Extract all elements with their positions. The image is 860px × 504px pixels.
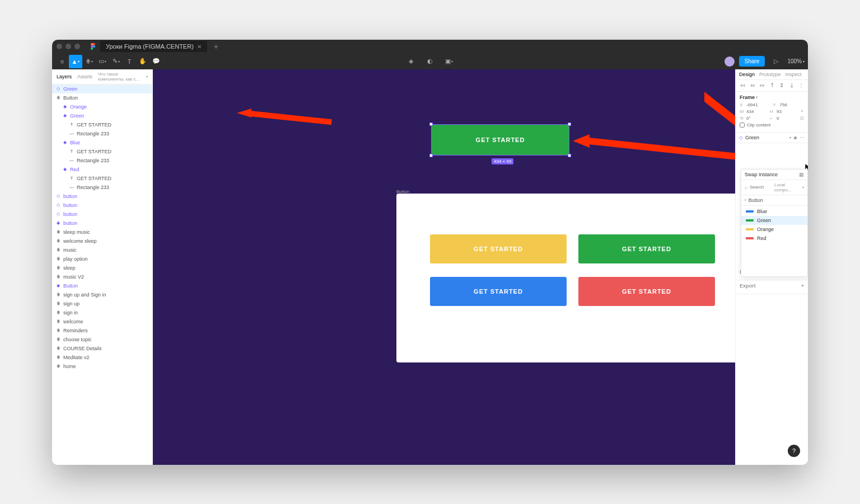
present-icon[interactable]: ▷ — [769, 55, 783, 68]
layer-row[interactable]: ◆button — [52, 219, 152, 228]
library-selector[interactable]: Local compo... — [774, 182, 800, 192]
mask-icon[interactable]: ◐ — [423, 55, 437, 68]
window-controls[interactable] — [57, 44, 80, 49]
align-vcenter-icon[interactable]: ⇕ — [778, 82, 785, 89]
design-tab[interactable]: Design — [739, 72, 755, 77]
more-icon[interactable]: ⋯ — [800, 135, 805, 140]
boolean-icon[interactable]: ▣▾ — [442, 55, 456, 68]
layer-label: Meditate v2 — [63, 355, 90, 360]
move-tool[interactable]: ▲▾ — [69, 55, 82, 68]
selection-handle[interactable] — [568, 123, 571, 126]
selection-handle[interactable] — [568, 154, 571, 157]
grid-view-icon[interactable]: ▦ — [799, 172, 804, 177]
swap-variant-item[interactable]: Blue — [741, 207, 807, 216]
layer-row[interactable]: TGET STARTED — [52, 174, 152, 183]
layer-row[interactable]: ⋕home — [52, 362, 152, 371]
variant-button[interactable]: GET STARTED — [578, 277, 715, 306]
layer-row[interactable]: TGET STARTED — [52, 147, 152, 156]
layer-row[interactable]: ◇Green — [52, 84, 152, 93]
layer-row[interactable]: ⋕Meditate v2 — [52, 353, 152, 362]
layer-label: play option — [63, 256, 88, 262]
layer-label: music — [63, 247, 77, 253]
frame-tool[interactable]: ⋕▾ — [82, 55, 96, 68]
swap-variant-item[interactable]: Green — [741, 216, 807, 225]
swap-variant-item[interactable]: Orange — [741, 225, 807, 234]
new-tab-button[interactable]: + — [211, 42, 222, 51]
clip-content-checkbox[interactable] — [740, 123, 745, 128]
svg-rect-6 — [704, 92, 735, 198]
layer-row[interactable]: ⋕sign up — [52, 299, 152, 308]
swap-instance-panel: Swap Instance▦ ⌕ Local compo... ▾ ‹ Butt… — [741, 169, 808, 277]
align-left-icon[interactable]: ⤆ — [739, 82, 746, 89]
layer-label: Green — [63, 86, 77, 92]
align-hcenter-icon[interactable]: ⇔ — [749, 82, 756, 89]
layer-row[interactable]: —Rectangle 233 — [52, 129, 152, 138]
layer-row[interactable]: ⋕welcome sleep — [52, 237, 152, 246]
text-tool[interactable]: T — [123, 55, 136, 68]
hand-tool[interactable]: ✋ — [136, 55, 149, 68]
component-icon[interactable]: ◈ — [404, 55, 418, 68]
selection-handle[interactable] — [429, 154, 433, 157]
layer-row[interactable]: —Rectangle 233 — [52, 156, 152, 165]
variant-button[interactable]: GET STARTED — [578, 234, 715, 263]
layer-row[interactable]: ⋕sign up and Sign in — [52, 290, 152, 299]
layer-row[interactable]: ⋕music V2 — [52, 272, 152, 281]
shape-tool[interactable]: ▭▾ — [96, 55, 109, 68]
swap-variant-item[interactable]: Red — [741, 234, 807, 243]
chevron-down-icon[interactable]: ▾ — [789, 135, 791, 139]
figma-window: Уроки Figma (FIGMA.CENTER) ✕ + ≡ ▲▾ ⋕▾ ▭… — [52, 40, 808, 465]
layer-row[interactable]: ⋕sleep — [52, 263, 152, 272]
canvas[interactable]: GET STARTED 434 × 93 Button GET STARTEDG… — [153, 69, 735, 465]
variant-button[interactable]: GET STARTED — [430, 277, 567, 306]
align-top-icon[interactable]: ⤒ — [769, 82, 775, 89]
layers-panel: Layers Assets Что такое компоненты, как … — [52, 69, 153, 465]
variant-button[interactable]: GET STARTED — [430, 234, 567, 263]
corners-icon[interactable]: ⊡ — [800, 116, 804, 121]
layer-row[interactable]: ⋕music — [52, 246, 152, 255]
go-to-main-icon[interactable]: ◈ — [793, 135, 797, 140]
help-button[interactable]: ? — [788, 445, 800, 457]
variant-name: Blue — [757, 209, 767, 214]
user-avatar[interactable] — [725, 56, 735, 67]
layer-row[interactable]: ◇button — [52, 192, 152, 201]
selection-handle[interactable] — [429, 123, 433, 126]
close-tab-icon[interactable]: ✕ — [197, 44, 202, 50]
layer-row[interactable]: ◇button — [52, 210, 152, 219]
layer-row[interactable]: ◆Blue — [52, 138, 152, 147]
link-icon[interactable]: ⚬ — [800, 109, 804, 114]
layer-row[interactable]: ◆Button — [52, 281, 152, 290]
layer-row[interactable]: ⋕Reminders — [52, 326, 152, 335]
layer-row[interactable]: ◇button — [52, 201, 152, 210]
layer-row[interactable]: ◆Green — [52, 111, 152, 120]
layer-row[interactable]: ◆Red — [52, 165, 152, 174]
layer-row[interactable]: ◆Orange — [52, 102, 152, 111]
layer-row[interactable]: ⋕sleep music — [52, 228, 152, 237]
layer-row[interactable]: TGET STARTED — [52, 120, 152, 129]
add-export-icon[interactable]: + — [801, 283, 804, 289]
layer-row[interactable]: ⋕COURSE Details — [52, 344, 152, 353]
comment-tool[interactable]: 💬 — [149, 55, 163, 68]
align-right-icon[interactable]: ⤇ — [759, 82, 765, 89]
menu-icon[interactable]: ≡ — [55, 55, 69, 68]
swap-back-button[interactable]: ‹ Button — [741, 195, 807, 206]
page-selector[interactable]: Что такое компоненты, как с... ▾ — [98, 72, 148, 82]
layer-row[interactable]: ⋕sign in — [52, 308, 152, 317]
layer-row[interactable]: ⋕welcome — [52, 317, 152, 326]
figma-logo-icon[interactable] — [89, 43, 97, 50]
layer-row[interactable]: ⋕play option — [52, 255, 152, 263]
layer-row[interactable]: ⋕Button — [52, 93, 152, 102]
assets-tab[interactable]: Assets — [77, 74, 92, 79]
layer-row[interactable]: ⋕choose topic — [52, 335, 152, 344]
file-tab[interactable]: Уроки Figma (FIGMA.CENTER) ✕ — [100, 41, 207, 52]
share-button[interactable]: Share — [739, 56, 765, 67]
prototype-tab[interactable]: Prototype — [759, 72, 781, 77]
swap-search-input[interactable] — [750, 185, 772, 190]
layer-row[interactable]: —Rectangle 233 — [52, 183, 152, 192]
zoom-level[interactable]: 100% ▾ — [787, 58, 805, 64]
distribute-icon[interactable]: ⋮ — [798, 82, 805, 89]
pen-tool[interactable]: ✎▾ — [109, 55, 123, 68]
layer-label: choose topic — [63, 337, 92, 342]
layers-tab[interactable]: Layers — [57, 74, 72, 79]
align-bottom-icon[interactable]: ⤓ — [788, 82, 795, 89]
inspect-tab[interactable]: Inspect — [786, 72, 802, 77]
